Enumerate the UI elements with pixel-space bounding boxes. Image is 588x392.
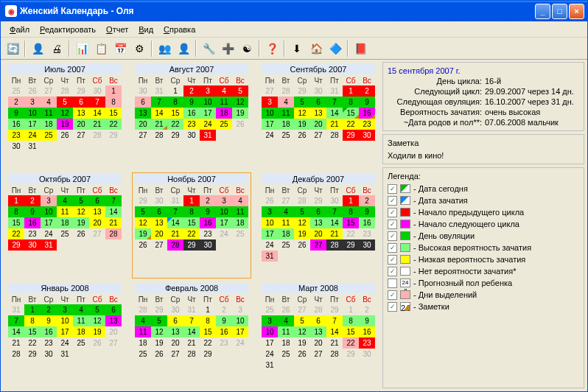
day-cell[interactable]: 7	[326, 206, 343, 217]
day-cell[interactable]: 11	[278, 326, 294, 337]
day-cell[interactable]: 16	[200, 217, 216, 228]
day-cell[interactable]: 26	[232, 119, 248, 130]
day-cell[interactable]: 14	[326, 326, 343, 337]
day-cell[interactable]: 6	[310, 315, 326, 326]
day-prev[interactable]: 27	[278, 195, 294, 206]
day-cell[interactable]: 23	[359, 119, 375, 130]
day-cell[interactable]: 13	[73, 108, 89, 119]
day-cell[interactable]: 19	[294, 119, 310, 130]
legend-checkbox[interactable]	[388, 279, 397, 288]
day-cell[interactable]: 18	[232, 217, 248, 228]
day-prev[interactable]: 29	[135, 195, 151, 206]
day-cell[interactable]: 6	[310, 206, 326, 217]
day-cell[interactable]: 17	[262, 228, 278, 239]
day-prev[interactable]: 29	[326, 304, 343, 315]
day-cell[interactable]: 22	[105, 119, 122, 130]
day-cell[interactable]: 22	[343, 228, 359, 239]
day-cell[interactable]: 5	[232, 85, 248, 97]
day-cell[interactable]: 9	[359, 206, 375, 217]
day-cell[interactable]: 3	[262, 206, 278, 217]
day-cell[interactable]: 5	[57, 97, 73, 108]
day-cell[interactable]: 13	[310, 217, 326, 228]
toolbar-btn-12[interactable]: ❓	[263, 40, 281, 57]
day-cell[interactable]: 14	[183, 326, 200, 337]
day-cell[interactable]: 14	[326, 217, 343, 228]
day-cell[interactable]: 3	[200, 85, 216, 97]
day-cell[interactable]: 11	[232, 206, 248, 217]
day-cell[interactable]: 6	[105, 304, 122, 315]
day-cell[interactable]: 24	[262, 239, 278, 251]
day-cell[interactable]: 25	[73, 337, 89, 349]
close-button[interactable]: ×	[569, 4, 584, 19]
day-cell[interactable]: 14	[167, 217, 183, 228]
day-cell[interactable]: 14	[89, 108, 105, 119]
day-cell[interactable]: 1	[343, 85, 359, 97]
day-cell[interactable]: 2	[216, 304, 232, 315]
day-cell[interactable]: 17	[232, 326, 248, 337]
legend-checkbox[interactable]: ✓	[388, 290, 397, 300]
toolbar-btn-10[interactable]: ➕	[219, 40, 237, 57]
day-prev[interactable]: 30	[167, 304, 183, 315]
day-cell[interactable]: 29	[200, 349, 216, 360]
day-prev[interactable]: 25	[8, 85, 24, 97]
day-cell[interactable]: 2	[200, 195, 216, 206]
day-cell[interactable]: 17	[24, 119, 41, 130]
day-cell[interactable]: 24	[41, 228, 57, 239]
day-cell[interactable]: 18	[278, 119, 294, 130]
day-cell[interactable]: 20	[105, 326, 122, 337]
day-cell[interactable]: 11	[57, 206, 73, 217]
day-prev[interactable]: 29	[151, 304, 167, 315]
day-cell[interactable]: 4	[135, 315, 151, 326]
day-cell[interactable]: 10	[57, 315, 73, 326]
month-title[interactable]: Сентябрь 2007	[262, 64, 375, 74]
day-cell[interactable]: 16	[8, 119, 24, 130]
day-cell[interactable]: 17	[216, 217, 232, 228]
legend-checkbox[interactable]: ✓	[388, 231, 397, 241]
day-cell[interactable]: 31	[57, 349, 73, 360]
day-cell[interactable]: 8	[167, 97, 183, 108]
day-prev[interactable]: 31	[167, 195, 183, 206]
day-cell[interactable]: 20	[310, 337, 326, 349]
day-cell[interactable]: 13	[135, 108, 151, 119]
day-cell[interactable]: 31	[200, 130, 216, 141]
day-cell[interactable]: 9	[359, 315, 375, 326]
day-cell[interactable]: 26	[151, 349, 167, 360]
day-cell[interactable]: 28	[326, 349, 343, 360]
day-prev[interactable]: 30	[326, 195, 343, 206]
day-cell[interactable]: 6	[151, 206, 167, 217]
day-cell[interactable]: 23	[359, 228, 375, 239]
day-cell[interactable]: 4	[278, 97, 294, 108]
day-cell[interactable]: 24	[57, 337, 73, 349]
day-cell[interactable]: 20	[73, 119, 89, 130]
day-prev[interactable]: 28	[57, 85, 73, 97]
day-cell[interactable]: 26	[73, 228, 89, 239]
day-cell[interactable]: 30	[183, 130, 200, 141]
day-cell[interactable]: 15	[105, 108, 122, 119]
day-cell[interactable]: 21	[326, 228, 343, 239]
day-cell[interactable]: 26	[57, 130, 73, 141]
month-title[interactable]: Март 2008	[262, 283, 375, 293]
day-cell[interactable]: 29	[167, 130, 183, 141]
day-cell[interactable]: 28	[326, 130, 343, 141]
day-cell[interactable]: 12	[294, 326, 310, 337]
day-cell[interactable]: 16	[24, 217, 41, 228]
day-cell[interactable]: 8	[343, 315, 359, 326]
day-cell[interactable]: 29	[343, 349, 359, 360]
day-cell[interactable]: 2	[359, 195, 375, 206]
month-title[interactable]: Январь 2008	[8, 283, 122, 293]
day-cell[interactable]: 18	[278, 337, 294, 349]
day-cell[interactable]: 10	[262, 108, 278, 119]
day-cell[interactable]: 6	[310, 97, 326, 108]
day-prev[interactable]: 28	[310, 304, 326, 315]
day-cell[interactable]: 13	[105, 315, 122, 326]
toolbar-btn-6[interactable]: ⚙	[130, 40, 148, 57]
day-prev[interactable]: 28	[294, 195, 310, 206]
day-cell[interactable]: 17	[262, 119, 278, 130]
day-cell[interactable]: 3	[24, 97, 41, 108]
day-cell[interactable]: 15	[343, 217, 359, 228]
day-cell[interactable]: 19	[151, 337, 167, 349]
day-cell[interactable]: 11	[41, 108, 57, 119]
day-cell[interactable]: 22	[24, 337, 41, 349]
day-cell[interactable]: 29	[8, 239, 24, 251]
day-cell[interactable]: 27	[310, 349, 326, 360]
